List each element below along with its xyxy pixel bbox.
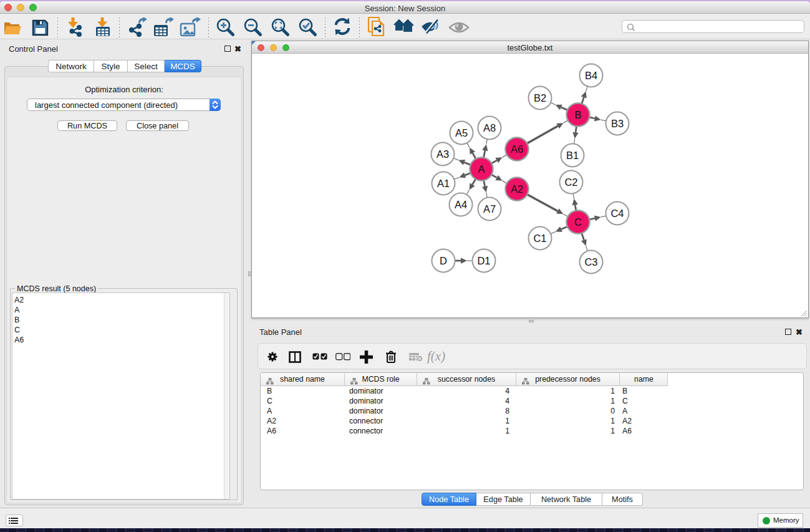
- svg-text:C1: C1: [533, 233, 546, 244]
- svg-text:A3: A3: [436, 148, 449, 160]
- svg-text:A6: A6: [511, 143, 523, 155]
- svg-text:A4: A4: [455, 199, 467, 210]
- svg-text:A7: A7: [483, 203, 496, 215]
- svg-text:B3: B3: [611, 118, 624, 129]
- svg-text:D1: D1: [477, 255, 490, 266]
- svg-text:A2: A2: [511, 183, 523, 195]
- svg-text:D: D: [440, 255, 447, 266]
- svg-text:A5: A5: [455, 127, 468, 138]
- svg-text:B4: B4: [585, 70, 597, 81]
- svg-text:C3: C3: [584, 256, 597, 268]
- svg-text:B1: B1: [566, 150, 579, 161]
- svg-text:B: B: [574, 109, 581, 120]
- svg-text:C4: C4: [610, 208, 624, 219]
- svg-text:B2: B2: [534, 92, 546, 104]
- svg-text:A1: A1: [437, 178, 450, 189]
- svg-text:A8: A8: [483, 122, 496, 133]
- svg-text:A: A: [478, 163, 485, 175]
- svg-text:C2: C2: [564, 177, 577, 188]
- svg-text:C: C: [574, 216, 582, 228]
